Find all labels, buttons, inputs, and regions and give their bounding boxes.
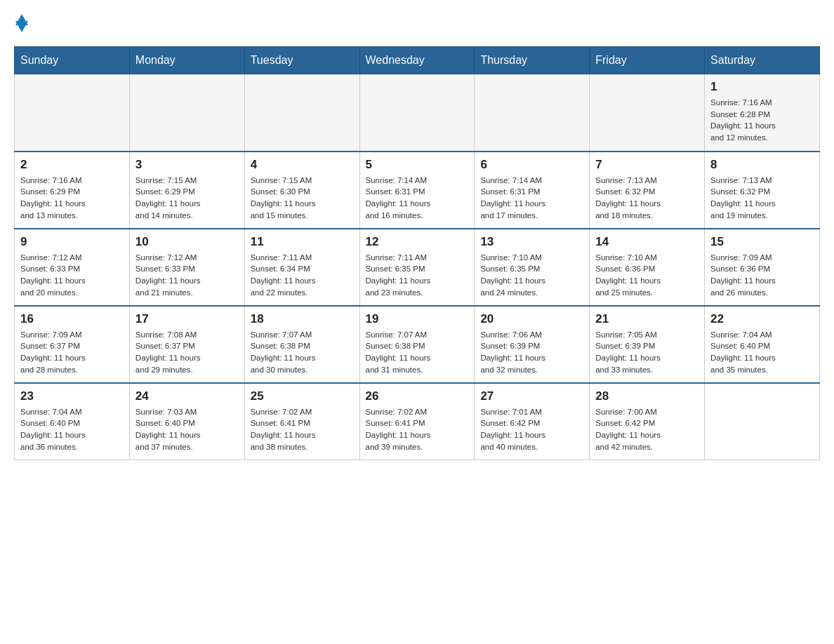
day-info: Sunrise: 7:14 AM Sunset: 6:31 PM Dayligh…	[366, 175, 469, 222]
day-number: 7	[595, 158, 699, 172]
day-info: Sunrise: 7:01 AM Sunset: 6:42 PM Dayligh…	[480, 406, 583, 453]
day-cell: 6Sunrise: 7:14 AM Sunset: 6:31 PM Daylig…	[475, 152, 590, 229]
day-number: 12	[366, 235, 469, 249]
day-number: 8	[710, 158, 814, 172]
day-info: Sunrise: 7:15 AM Sunset: 6:29 PM Dayligh…	[135, 175, 239, 222]
day-cell: 4Sunrise: 7:15 AM Sunset: 6:30 PM Daylig…	[244, 152, 359, 229]
day-info: Sunrise: 7:16 AM Sunset: 6:28 PM Dayligh…	[710, 97, 814, 144]
day-number: 22	[710, 312, 814, 326]
day-number: 2	[20, 158, 124, 172]
day-info: Sunrise: 7:06 AM Sunset: 6:39 PM Dayligh…	[480, 329, 583, 376]
day-number: 16	[20, 312, 124, 326]
day-number: 18	[251, 312, 354, 326]
day-number: 21	[595, 312, 699, 326]
day-info: Sunrise: 7:09 AM Sunset: 6:36 PM Dayligh…	[710, 252, 814, 299]
day-cell: 1Sunrise: 7:16 AM Sunset: 6:28 PM Daylig…	[705, 74, 820, 152]
day-number: 9	[20, 235, 124, 249]
day-number: 20	[480, 312, 583, 326]
day-cell	[359, 74, 475, 152]
page-header	[14, 14, 820, 32]
day-number: 27	[480, 389, 583, 403]
day-info: Sunrise: 7:10 AM Sunset: 6:35 PM Dayligh…	[480, 252, 583, 299]
day-info: Sunrise: 7:03 AM Sunset: 6:40 PM Dayligh…	[135, 406, 239, 453]
day-cell: 28Sunrise: 7:00 AM Sunset: 6:42 PM Dayli…	[590, 383, 705, 460]
day-info: Sunrise: 7:02 AM Sunset: 6:41 PM Dayligh…	[366, 406, 469, 453]
day-cell: 23Sunrise: 7:04 AM Sunset: 6:40 PM Dayli…	[15, 383, 130, 460]
day-cell: 5Sunrise: 7:14 AM Sunset: 6:31 PM Daylig…	[359, 152, 475, 229]
day-cell: 27Sunrise: 7:01 AM Sunset: 6:42 PM Dayli…	[475, 383, 590, 460]
day-info: Sunrise: 7:15 AM Sunset: 6:30 PM Dayligh…	[251, 175, 354, 222]
weekday-header-row: SundayMondayTuesdayWednesdayThursdayFrid…	[15, 47, 820, 74]
day-info: Sunrise: 7:08 AM Sunset: 6:37 PM Dayligh…	[135, 329, 239, 376]
day-info: Sunrise: 7:07 AM Sunset: 6:38 PM Dayligh…	[251, 329, 354, 376]
day-cell: 15Sunrise: 7:09 AM Sunset: 6:36 PM Dayli…	[705, 229, 820, 306]
day-number: 17	[135, 312, 239, 326]
weekday-header-monday: Monday	[129, 47, 244, 74]
week-row-0: 1Sunrise: 7:16 AM Sunset: 6:28 PM Daylig…	[15, 74, 820, 152]
day-cell	[705, 383, 820, 460]
day-number: 13	[480, 235, 583, 249]
day-number: 14	[595, 235, 699, 249]
day-info: Sunrise: 7:11 AM Sunset: 6:35 PM Dayligh…	[366, 252, 469, 299]
week-row-2: 9Sunrise: 7:12 AM Sunset: 6:33 PM Daylig…	[15, 229, 820, 306]
day-number: 25	[251, 389, 354, 403]
day-info: Sunrise: 7:10 AM Sunset: 6:36 PM Dayligh…	[595, 252, 699, 299]
day-cell: 18Sunrise: 7:07 AM Sunset: 6:38 PM Dayli…	[244, 306, 359, 383]
day-cell: 26Sunrise: 7:02 AM Sunset: 6:41 PM Dayli…	[359, 383, 475, 460]
day-info: Sunrise: 7:16 AM Sunset: 6:29 PM Dayligh…	[20, 175, 124, 222]
day-cell: 9Sunrise: 7:12 AM Sunset: 6:33 PM Daylig…	[15, 229, 130, 306]
logo	[14, 14, 28, 32]
day-number: 3	[135, 158, 239, 172]
day-cell: 19Sunrise: 7:07 AM Sunset: 6:38 PM Dayli…	[359, 306, 475, 383]
day-cell: 22Sunrise: 7:04 AM Sunset: 6:40 PM Dayli…	[705, 306, 820, 383]
day-number: 23	[20, 389, 124, 403]
week-row-3: 16Sunrise: 7:09 AM Sunset: 6:37 PM Dayli…	[15, 306, 820, 383]
weekday-header-wednesday: Wednesday	[359, 47, 475, 74]
day-cell: 24Sunrise: 7:03 AM Sunset: 6:40 PM Dayli…	[129, 383, 244, 460]
day-number: 24	[135, 389, 239, 403]
day-cell	[244, 74, 359, 152]
day-info: Sunrise: 7:04 AM Sunset: 6:40 PM Dayligh…	[710, 329, 814, 376]
day-number: 15	[710, 235, 814, 249]
day-cell: 14Sunrise: 7:10 AM Sunset: 6:36 PM Dayli…	[590, 229, 705, 306]
day-number: 26	[366, 389, 469, 403]
weekday-header-friday: Friday	[590, 47, 705, 74]
day-cell: 10Sunrise: 7:12 AM Sunset: 6:33 PM Dayli…	[129, 229, 244, 306]
day-info: Sunrise: 7:12 AM Sunset: 6:33 PM Dayligh…	[135, 252, 239, 299]
weekday-header-saturday: Saturday	[705, 47, 820, 74]
day-number: 5	[366, 158, 469, 172]
day-cell: 3Sunrise: 7:15 AM Sunset: 6:29 PM Daylig…	[129, 152, 244, 229]
day-cell: 25Sunrise: 7:02 AM Sunset: 6:41 PM Dayli…	[244, 383, 359, 460]
calendar-table: SundayMondayTuesdayWednesdayThursdayFrid…	[14, 46, 820, 460]
day-cell: 21Sunrise: 7:05 AM Sunset: 6:39 PM Dayli…	[590, 306, 705, 383]
day-cell	[590, 74, 705, 152]
day-info: Sunrise: 7:00 AM Sunset: 6:42 PM Dayligh…	[595, 406, 699, 453]
week-row-1: 2Sunrise: 7:16 AM Sunset: 6:29 PM Daylig…	[15, 152, 820, 229]
day-cell: 11Sunrise: 7:11 AM Sunset: 6:34 PM Dayli…	[244, 229, 359, 306]
day-cell: 13Sunrise: 7:10 AM Sunset: 6:35 PM Dayli…	[475, 229, 590, 306]
day-cell: 17Sunrise: 7:08 AM Sunset: 6:37 PM Dayli…	[129, 306, 244, 383]
day-info: Sunrise: 7:04 AM Sunset: 6:40 PM Dayligh…	[20, 406, 124, 453]
day-number: 10	[135, 235, 239, 249]
day-cell	[475, 74, 590, 152]
day-number: 28	[595, 389, 699, 403]
day-number: 1	[710, 80, 814, 94]
day-info: Sunrise: 7:14 AM Sunset: 6:31 PM Dayligh…	[480, 175, 583, 222]
day-info: Sunrise: 7:13 AM Sunset: 6:32 PM Dayligh…	[710, 175, 814, 222]
day-cell: 7Sunrise: 7:13 AM Sunset: 6:32 PM Daylig…	[590, 152, 705, 229]
weekday-header-tuesday: Tuesday	[244, 47, 359, 74]
day-info: Sunrise: 7:09 AM Sunset: 6:37 PM Dayligh…	[20, 329, 124, 376]
day-number: 19	[366, 312, 469, 326]
day-cell	[15, 74, 130, 152]
day-cell	[129, 74, 244, 152]
day-info: Sunrise: 7:11 AM Sunset: 6:34 PM Dayligh…	[251, 252, 354, 299]
day-cell: 8Sunrise: 7:13 AM Sunset: 6:32 PM Daylig…	[705, 152, 820, 229]
day-cell: 2Sunrise: 7:16 AM Sunset: 6:29 PM Daylig…	[15, 152, 130, 229]
day-cell: 16Sunrise: 7:09 AM Sunset: 6:37 PM Dayli…	[15, 306, 130, 383]
day-cell: 20Sunrise: 7:06 AM Sunset: 6:39 PM Dayli…	[475, 306, 590, 383]
day-cell: 12Sunrise: 7:11 AM Sunset: 6:35 PM Dayli…	[359, 229, 475, 306]
week-row-4: 23Sunrise: 7:04 AM Sunset: 6:40 PM Dayli…	[15, 383, 820, 460]
day-info: Sunrise: 7:02 AM Sunset: 6:41 PM Dayligh…	[251, 406, 354, 453]
weekday-header-sunday: Sunday	[15, 47, 130, 74]
day-info: Sunrise: 7:12 AM Sunset: 6:33 PM Dayligh…	[20, 252, 124, 299]
